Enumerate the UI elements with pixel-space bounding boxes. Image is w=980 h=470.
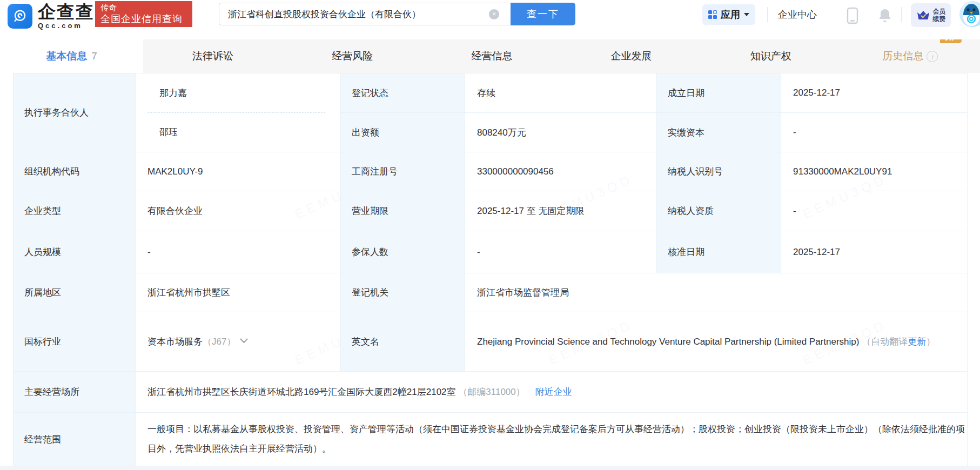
label-registration-status: 登记状态: [341, 73, 465, 113]
value-paid-in-capital: -: [781, 113, 968, 152]
label-contributed-capital: 出资额: [341, 113, 465, 152]
value-english-name: Zhejiang Provincial Science and Technolo…: [465, 312, 968, 372]
brand-domain: Qcc.com: [38, 22, 95, 29]
value-national-industry: 资本市场服务（J67）: [136, 312, 341, 372]
label-registration-authority: 登记机关: [341, 273, 465, 312]
slogan-line2: 全国企业信用查询: [100, 13, 187, 25]
value-contributed-capital: 808240万元: [465, 113, 657, 152]
qcc-logo-icon: [8, 4, 32, 29]
basic-info-table: 执行事务合伙人 那力嘉 邵珏 登记状态 存续 成立日期 2025-12-17 出…: [13, 73, 968, 466]
search-button[interactable]: 查一下: [511, 3, 575, 25]
tab-company-development[interactable]: 企业发展: [562, 39, 701, 73]
label-business-reg-no: 工商注册号: [341, 152, 465, 191]
value-approval-date: 2025-12-17: [781, 231, 968, 273]
slogan-line1: 传奇: [100, 3, 187, 13]
top-header: 企查查 Qcc.com 传奇 全国企业信用查询 × 查一下 应用 企业中心: [0, 0, 980, 39]
qcc-logo-text: 企查查 Qcc.com: [38, 3, 95, 29]
label-company-type: 企业类型: [14, 191, 136, 231]
apps-grid-icon: [708, 10, 717, 19]
label-establish-date: 成立日期: [657, 73, 781, 113]
page-bottom-strip: [0, 466, 980, 470]
label-paid-in-capital: 实缴资本: [657, 113, 781, 152]
slogan-badge: 传奇 全国企业信用查询: [95, 1, 192, 27]
tab-operation-info[interactable]: 经营信息: [422, 39, 561, 73]
translation-update-link[interactable]: 更新: [908, 337, 926, 347]
label-region: 所属地区: [14, 273, 136, 312]
clear-search-icon[interactable]: ×: [489, 9, 499, 19]
user-avatar[interactable]: [959, 1, 980, 27]
mobile-app-icon[interactable]: [847, 7, 858, 26]
label-main-business-address: 主要经营场所: [14, 372, 136, 413]
apps-label: 应用: [721, 8, 740, 21]
value-main-business-address: 浙江省杭州市拱墅区长庆街道环城北路169号汇金国际大厦西2幢21层2102室 （…: [136, 372, 968, 413]
label-business-term: 营业期限: [341, 191, 465, 231]
info-icon[interactable]: i: [927, 51, 938, 62]
search-input[interactable]: [219, 3, 511, 25]
partner-name-link[interactable]: 邵珏: [147, 113, 340, 152]
value-taxpayer-quality: -: [781, 191, 968, 231]
tab-intellectual-property[interactable]: 知识产权: [701, 39, 841, 73]
value-business-reg-no: 330000000090456: [465, 152, 657, 191]
value-registration-authority: 浙江省市场监督管理局: [465, 273, 968, 312]
value-org-code: MAK2L0UY-9: [136, 152, 341, 191]
label-business-scope: 经营范围: [14, 413, 136, 466]
tab-operation-risk[interactable]: 经营风险: [283, 39, 422, 73]
value-company-type: 有限合伙企业: [136, 191, 341, 231]
brand-name: 企查查: [38, 3, 95, 21]
value-insured-count: -: [465, 231, 657, 273]
label-approval-date: 核准日期: [657, 231, 781, 273]
tab-history-info[interactable]: 历史信息 i VIP: [841, 39, 980, 73]
value-business-term: 2025-12-17 至 无固定期限: [465, 191, 657, 231]
label-executive-partner: 执行事务合伙人: [14, 73, 136, 152]
value-taxpayer-id: 91330000MAK2L0UY91: [781, 152, 968, 191]
tab-basic-info-count: 7: [91, 50, 97, 62]
value-establish-date: 2025-12-17: [781, 73, 968, 113]
apps-menu-button[interactable]: 应用: [702, 4, 755, 25]
value-executive-partner: 那力嘉 邵珏: [136, 73, 341, 152]
label-org-code: 组织机构代码: [14, 152, 136, 191]
enterprise-center-link[interactable]: 企业中心: [778, 8, 817, 21]
chevron-down-icon[interactable]: [240, 335, 248, 346]
value-region: 浙江省杭州市拱墅区: [136, 273, 341, 312]
label-taxpayer-quality: 纳税人资质: [657, 191, 781, 231]
vip-renew-button[interactable]: 会员续费: [911, 3, 951, 27]
qcc-logo[interactable]: 企查查 Qcc.com: [8, 3, 95, 29]
crown-icon: [916, 9, 930, 21]
label-english-name: 英文名: [341, 312, 465, 372]
search-bar: × 查一下: [219, 3, 575, 25]
tab-basic-info-label: 基本信息: [46, 49, 87, 63]
value-business-scope: 一般项目：以私募基金从事股权投资、投资管理、资产管理等活动（须在中国证券投资基金…: [136, 413, 968, 466]
label-taxpayer-id: 纳税人识别号: [657, 152, 781, 191]
notification-bell-icon[interactable]: [877, 8, 892, 26]
divider: [767, 7, 768, 22]
chevron-down-icon: [744, 13, 749, 16]
tab-basic-info[interactable]: 基本信息 7: [0, 39, 143, 73]
divider: [901, 7, 902, 22]
value-staff-size: -: [136, 231, 341, 273]
vip-renew-label: 会员续费: [933, 8, 946, 23]
value-registration-status: 存续: [465, 73, 657, 113]
nearby-companies-link[interactable]: 附近企业: [535, 387, 572, 397]
tab-legal-litigation[interactable]: 法律诉讼: [143, 39, 283, 73]
section-tabbar: 基本信息 7 法律诉讼 经营风险 经营信息 企业发展 知识产权 历史信息 i V…: [0, 39, 980, 73]
label-national-industry: 国标行业: [14, 312, 136, 372]
label-insured-count: 参保人数: [341, 231, 465, 273]
partner-name-link[interactable]: 那力嘉: [147, 74, 325, 113]
qcc-company-page: EEMU3QDEEMU3QDEEMU3QDEEMU3QDEEMU3QDEEMU3…: [0, 0, 980, 470]
label-staff-size: 人员规模: [14, 231, 136, 273]
